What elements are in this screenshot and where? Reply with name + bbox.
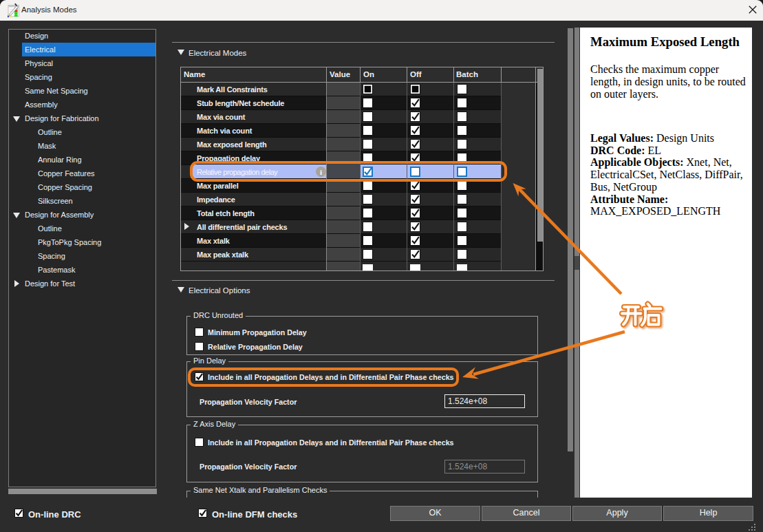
svg-text:i: i [320, 168, 322, 176]
